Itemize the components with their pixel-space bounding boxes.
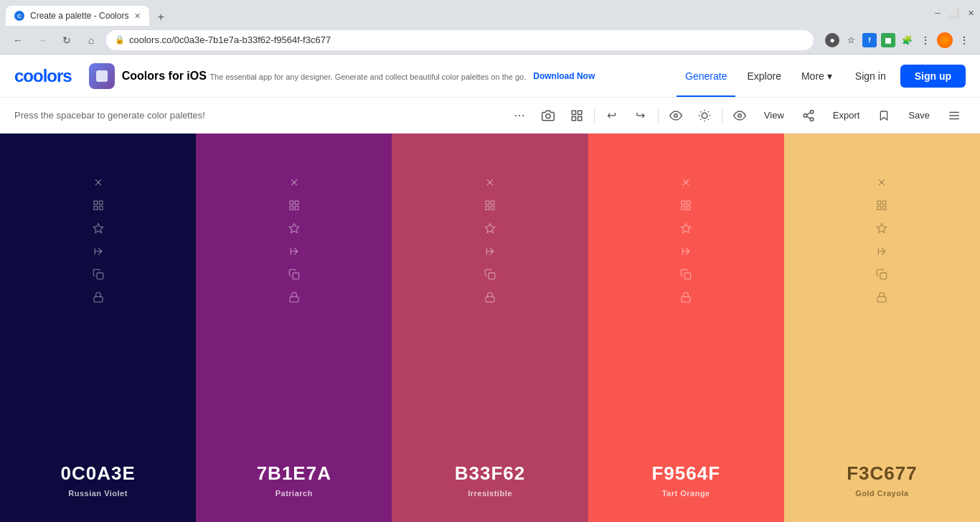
coolors-logo[interactable]: coolors bbox=[14, 66, 72, 86]
swatch-3-icon-4[interactable] bbox=[680, 269, 692, 280]
color-swatch-0[interactable]: 0C0A3ERussian Violet bbox=[0, 134, 196, 522]
nav-explore[interactable]: Explore bbox=[738, 65, 789, 88]
svg-rect-49 bbox=[486, 206, 489, 210]
swatch-4-icon-1[interactable] bbox=[876, 200, 887, 211]
swatch-0-icon-0[interactable] bbox=[93, 177, 104, 188]
undo-btn[interactable]: ↩ bbox=[600, 104, 623, 127]
swatch-3-info: F9564FTart Orange bbox=[651, 462, 720, 505]
svg-point-7 bbox=[702, 113, 707, 118]
new-tab-button[interactable]: + bbox=[152, 9, 169, 26]
svg-rect-28 bbox=[99, 201, 103, 205]
forward-button[interactable]: → bbox=[33, 31, 52, 50]
close-btn[interactable]: ✕ bbox=[968, 9, 974, 18]
tab-close-btn[interactable]: ✕ bbox=[134, 11, 141, 21]
hamburger-menu-btn[interactable] bbox=[943, 104, 966, 127]
swatch-4-icon-0[interactable] bbox=[876, 177, 887, 188]
browser-menu[interactable]: ⋮ bbox=[957, 33, 971, 47]
svg-point-16 bbox=[738, 113, 742, 117]
svg-line-15 bbox=[708, 111, 709, 112]
swatch-2-icon-3[interactable] bbox=[484, 246, 496, 257]
swatch-3-icon-0[interactable] bbox=[680, 177, 692, 188]
grid-view-btn[interactable] bbox=[565, 104, 588, 127]
colorblind-btn[interactable] bbox=[664, 104, 687, 127]
ext-1[interactable]: f bbox=[862, 33, 877, 47]
nav-generate[interactable]: Generate bbox=[677, 65, 735, 88]
swatch-4-name: Gold Crayola bbox=[847, 489, 918, 498]
maximize-btn[interactable]: ⬜ bbox=[949, 9, 959, 18]
swatch-4-icon-3[interactable] bbox=[876, 246, 887, 257]
svg-rect-59 bbox=[682, 206, 685, 210]
swatch-0-icon-1[interactable] bbox=[93, 200, 104, 211]
ios-app-icon bbox=[89, 63, 115, 89]
swatch-2-icon-1[interactable] bbox=[484, 200, 496, 211]
swatch-0-icon-5[interactable] bbox=[93, 292, 104, 303]
share-btn[interactable] bbox=[797, 104, 820, 127]
swatch-1-icon-0[interactable] bbox=[288, 177, 300, 188]
ext-puzzle[interactable]: 🧩 bbox=[900, 33, 914, 47]
preview-eye-btn[interactable] bbox=[728, 104, 751, 127]
swatch-0-icon-3[interactable] bbox=[93, 246, 104, 257]
view-btn[interactable]: View bbox=[757, 106, 791, 125]
svg-rect-40 bbox=[295, 206, 298, 210]
swatch-2-icon-4[interactable] bbox=[484, 269, 496, 280]
main-nav: Generate Explore More ▾ Sign in Sign up bbox=[677, 65, 966, 88]
swatch-3-icon-1[interactable] bbox=[680, 200, 692, 211]
ios-download-link[interactable]: Download Now bbox=[533, 71, 595, 81]
sign-in-button[interactable]: Sign in bbox=[844, 65, 897, 88]
refresh-button[interactable]: ↻ bbox=[57, 31, 76, 50]
camera-btn[interactable] bbox=[537, 104, 560, 127]
swatch-4-icon-5[interactable] bbox=[876, 292, 887, 303]
svg-rect-30 bbox=[99, 206, 103, 210]
export-btn[interactable]: Export bbox=[826, 106, 867, 125]
ext-screengrab[interactable]: ● bbox=[825, 33, 839, 47]
swatch-2-name: Irresistible bbox=[455, 489, 526, 498]
svg-rect-74 bbox=[877, 297, 886, 302]
color-swatch-3[interactable]: F9564FTart Orange bbox=[588, 134, 784, 522]
swatch-4-icon-4[interactable] bbox=[876, 269, 887, 280]
swatch-0-icons bbox=[93, 177, 104, 303]
swatch-0-icon-4[interactable] bbox=[93, 269, 104, 280]
ext-star[interactable]: ☆ bbox=[844, 33, 858, 47]
svg-rect-70 bbox=[883, 206, 887, 210]
save-label: Save bbox=[908, 110, 930, 121]
ext-avatar[interactable] bbox=[937, 32, 953, 48]
minimize-btn[interactable]: ─ bbox=[935, 9, 941, 17]
back-button[interactable]: ← bbox=[9, 31, 27, 50]
ext-menu[interactable]: ⋮ bbox=[918, 33, 933, 47]
brightness-btn[interactable] bbox=[693, 104, 716, 127]
swatch-3-icon-5[interactable] bbox=[680, 292, 692, 303]
swatch-1-name: Patriarch bbox=[257, 489, 331, 498]
address-bar[interactable]: 🔒 coolors.co/0c0a3e-7b1e7a-b33f62-f9564f… bbox=[106, 30, 814, 50]
svg-marker-31 bbox=[93, 223, 103, 233]
swatch-2-icon-5[interactable] bbox=[484, 292, 496, 303]
swatch-0-icon-2[interactable] bbox=[93, 223, 104, 234]
color-swatch-1[interactable]: 7B1E7APatriarch bbox=[196, 134, 392, 522]
toolbar-hint: Press the spacebar to generate color pal… bbox=[14, 110, 499, 121]
color-swatch-4[interactable]: F3C677Gold Crayola bbox=[784, 134, 980, 522]
tab-title: Create a palette - Coolors bbox=[30, 11, 128, 21]
redo-btn[interactable]: ↪ bbox=[629, 104, 652, 127]
swatch-0-info: 0C0A3ERussian Violet bbox=[60, 462, 135, 505]
active-tab[interactable]: C Create a palette - Coolors ✕ bbox=[6, 6, 149, 26]
save-btn[interactable]: Save bbox=[901, 106, 937, 125]
swatch-3-icon-2[interactable] bbox=[680, 223, 692, 234]
color-swatch-2[interactable]: B33F62Irresistible bbox=[392, 134, 588, 522]
bookmark-btn[interactable] bbox=[872, 104, 895, 127]
swatch-1-icon-2[interactable] bbox=[288, 223, 300, 234]
swatch-2-hex: B33F62 bbox=[455, 462, 526, 485]
ext-2[interactable]: ◼ bbox=[881, 33, 895, 47]
nav-more[interactable]: More ▾ bbox=[793, 65, 841, 88]
svg-rect-37 bbox=[290, 201, 293, 205]
swatch-1-icon-5[interactable] bbox=[288, 292, 300, 303]
sign-up-button[interactable]: Sign up bbox=[900, 65, 966, 88]
swatch-1-icon-3[interactable] bbox=[288, 246, 300, 257]
swatch-4-icon-2[interactable] bbox=[876, 223, 887, 234]
more-options-btn[interactable]: ⋯ bbox=[508, 104, 531, 127]
swatch-2-icon-2[interactable] bbox=[484, 223, 496, 234]
swatch-3-icon-3[interactable] bbox=[680, 246, 692, 257]
swatch-2-info: B33F62Irresistible bbox=[455, 462, 526, 505]
swatch-1-icon-4[interactable] bbox=[288, 269, 300, 280]
swatch-1-icon-1[interactable] bbox=[288, 200, 300, 211]
home-button[interactable]: ⌂ bbox=[82, 31, 100, 50]
swatch-2-icon-0[interactable] bbox=[484, 177, 496, 188]
